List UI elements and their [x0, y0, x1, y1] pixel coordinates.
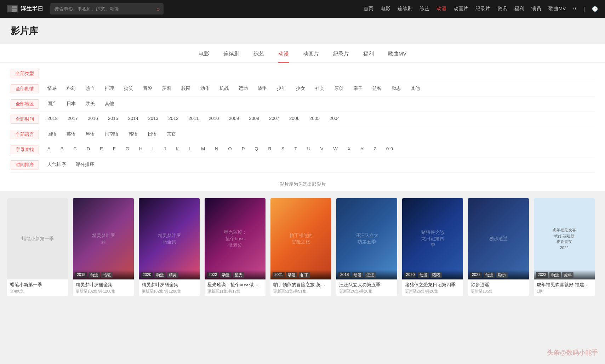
movie-card[interactable]: 虎年福见欢喜就好·福建新春欢喜夜 2022 2022 动漫 虎年 虎年福见欢喜就…	[534, 198, 595, 296]
alpha-p[interactable]: P	[240, 145, 246, 152]
year-2016[interactable]: 2016	[86, 115, 99, 122]
alpha-v[interactable]: V	[319, 145, 325, 152]
movie-card[interactable]: 汪汪队立大功第五季 2018 动漫 汪汪 汪汪队立大功第五季 更新至26集/共2…	[336, 198, 397, 296]
alpha-g[interactable]: G	[124, 145, 131, 152]
year-2012[interactable]: 2012	[167, 115, 180, 122]
alpha-k[interactable]: K	[174, 145, 180, 152]
lang-english[interactable]: 英语	[65, 130, 77, 138]
year-2007[interactable]: 2007	[268, 115, 281, 122]
filter-label-type[interactable]: 全部类型	[11, 69, 39, 78]
alpha-i[interactable]: I	[151, 145, 155, 152]
movie-card[interactable]: 星光璀璨：捡个boss做老公 2022 动漫 星光 星光璀璨：捡个boss做老公…	[205, 198, 266, 296]
nav-item-movie[interactable]: 电影	[381, 6, 390, 12]
lang-mandarin[interactable]: 国语	[46, 130, 58, 138]
alpha-f[interactable]: F	[112, 145, 117, 152]
genre-lizhi[interactable]: 励志	[390, 84, 402, 93]
sort-popular[interactable]: 人气排序	[46, 160, 67, 169]
alpha-y[interactable]: Y	[359, 145, 365, 152]
year-2010[interactable]: 2010	[207, 115, 220, 122]
movie-card[interactable]: 蜡笔小新第一季 蜡笔小新第一季 全480集	[7, 198, 68, 296]
tab-animation[interactable]: 动画片	[303, 51, 319, 62]
nav-item-series[interactable]: 连续剧	[398, 6, 412, 12]
search-icon[interactable]: ⌕	[156, 6, 160, 12]
alpha-z[interactable]: Z	[372, 145, 378, 152]
alpha-n[interactable]: N	[213, 145, 219, 152]
genre-rexue[interactable]: 热血	[84, 84, 96, 93]
year-2015[interactable]: 2015	[107, 115, 120, 122]
year-2009[interactable]: 2009	[227, 115, 240, 122]
alpha-o[interactable]: O	[227, 145, 233, 152]
lang-cantonese[interactable]: 粤语	[84, 130, 96, 138]
lang-minnan[interactable]: 闽南语	[103, 130, 120, 138]
genre-zhanzheng[interactable]: 战争	[256, 84, 268, 93]
year-2005[interactable]: 2005	[308, 115, 321, 122]
lang-japanese[interactable]: 日语	[146, 130, 158, 138]
filter-label-alpha[interactable]: 字母查找	[11, 145, 39, 154]
year-2004[interactable]: 2004	[328, 115, 341, 122]
genre-jizhan[interactable]: 机战	[218, 84, 230, 93]
lang-other[interactable]: 其它	[165, 130, 177, 138]
alpha-j[interactable]: J	[162, 145, 167, 152]
alpha-q[interactable]: Q	[253, 145, 259, 152]
alpha-a[interactable]: A	[46, 145, 52, 152]
nav-item-news[interactable]: 资讯	[497, 6, 507, 12]
genre-other[interactable]: 其他	[409, 84, 421, 93]
tab-mv[interactable]: 歌曲MV	[388, 51, 407, 62]
alpha-r[interactable]: R	[267, 145, 273, 152]
nav-item-anime[interactable]: 动漫	[436, 6, 446, 12]
nav-item-home[interactable]: 首页	[364, 6, 373, 12]
movie-card[interactable]: 精灵梦叶罗丽全集 2020 动漫 精灵 精灵梦叶罗丽全集 更新至182集/共12…	[139, 198, 200, 296]
year-2013[interactable]: 2013	[147, 115, 160, 122]
nav-item-documentary[interactable]: 纪录片	[475, 6, 490, 12]
filter-label-lang[interactable]: 全部语言	[11, 130, 39, 139]
tab-series[interactable]: 连续剧	[223, 51, 239, 62]
year-2018[interactable]: 2018	[46, 115, 59, 122]
filter-label-region[interactable]: 全部地区	[11, 99, 39, 109]
alpha-09[interactable]: 0-9	[385, 145, 394, 152]
nav-item-animation[interactable]: 动画片	[453, 6, 468, 12]
movie-card[interactable]: 猪猪侠之恐龙日记第四季 2020 动漫 猪猪 猪猪侠之恐龙日记第四季 更新至26…	[402, 198, 463, 296]
genre-yuanchuang[interactable]: 原创	[333, 84, 345, 93]
genre-maoxian[interactable]: 冒险	[142, 84, 154, 93]
year-2008[interactable]: 2008	[247, 115, 261, 122]
alpha-b[interactable]: B	[59, 145, 65, 152]
nav-item-welfare[interactable]: 福利	[514, 6, 524, 12]
alpha-x[interactable]: X	[346, 145, 352, 152]
genre-luoli[interactable]: 萝莉	[161, 84, 173, 93]
genre-gaoxi[interactable]: 搞笑	[122, 84, 135, 93]
genre-shaonv[interactable]: 少女	[295, 84, 307, 93]
movie-card[interactable]: 精灵梦叶罗丽 2015 动漫 蜡笔 精灵梦叶罗丽全集 更新至182集/共1208…	[73, 198, 134, 296]
alpha-c[interactable]: C	[72, 145, 78, 152]
genre-shehui[interactable]: 社会	[314, 84, 326, 93]
nav-item-variety[interactable]: 综艺	[419, 6, 429, 12]
alpha-m[interactable]: M	[200, 145, 206, 152]
alpha-h[interactable]: H	[138, 145, 144, 152]
genre-shaonian[interactable]: 少年	[275, 84, 287, 93]
alpha-t[interactable]: T	[293, 145, 299, 152]
year-2006[interactable]: 2006	[288, 115, 301, 122]
genre-qinggan[interactable]: 情感	[46, 84, 58, 93]
region-domestic[interactable]: 国产	[46, 99, 58, 108]
alpha-w[interactable]: W	[332, 145, 339, 152]
search-input[interactable]	[50, 3, 164, 15]
filter-label-genre[interactable]: 全部剧情	[11, 84, 39, 93]
movie-card[interactable]: 帕丁顿熊的冒险之旅 2021 动漫 帕丁 帕丁顿熊的冒险之旅 英文版 更新至51…	[270, 198, 331, 296]
tab-variety[interactable]: 综艺	[253, 51, 264, 62]
alpha-s[interactable]: S	[280, 145, 286, 152]
filter-label-sort[interactable]: 时间排序	[11, 160, 39, 169]
tab-documentary[interactable]: 纪录片	[333, 51, 349, 62]
filter-label-year[interactable]: 全部时间	[11, 115, 39, 124]
alpha-l[interactable]: L	[187, 145, 193, 152]
year-2011[interactable]: 2011	[187, 115, 200, 122]
genre-scifi[interactable]: 科幻	[65, 84, 77, 93]
nav-clock-icon[interactable]: 🕐	[592, 6, 598, 12]
lang-korean[interactable]: 韩语	[127, 130, 139, 138]
logo[interactable]: 浮生半日	[7, 5, 43, 13]
tab-movie[interactable]: 电影	[199, 51, 209, 62]
sort-rating[interactable]: 评分排序	[74, 160, 96, 169]
nav-item-actor[interactable]: 演员	[531, 6, 541, 12]
genre-qinzi[interactable]: 亲子	[352, 84, 364, 93]
genre-xiaoyuan[interactable]: 校园	[180, 84, 192, 93]
tab-welfare[interactable]: 福利	[363, 51, 374, 62]
year-2014[interactable]: 2014	[127, 115, 140, 122]
